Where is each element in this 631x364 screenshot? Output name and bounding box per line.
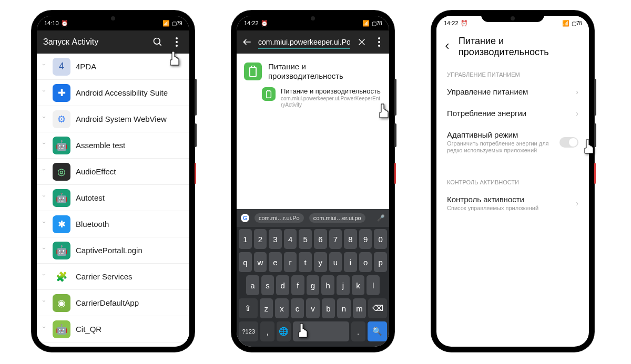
key[interactable]: m xyxy=(353,298,367,318)
app-row[interactable]: › 🤖 ConfDialer xyxy=(37,342,189,347)
search-input[interactable] xyxy=(258,36,350,49)
key[interactable]: 7 xyxy=(329,229,342,249)
app-row[interactable]: › ✚ Android Accessibility Suite xyxy=(37,80,189,106)
app-row[interactable]: › ⚙ Android System WebView xyxy=(37,106,189,132)
key[interactable]: w xyxy=(254,252,267,272)
phone-2: 14:22 ⏰ 📶 ▢78 xyxy=(231,11,394,352)
key[interactable]: 1 xyxy=(239,229,252,249)
app-name: Android System WebView xyxy=(76,115,167,123)
key[interactable]: 9 xyxy=(359,229,372,249)
app-name: Bluetooth xyxy=(76,220,109,228)
key[interactable]: k xyxy=(352,275,365,295)
chevron-right-icon: › xyxy=(576,109,578,118)
alarm-icon: ⏰ xyxy=(461,20,468,27)
key[interactable]: y xyxy=(314,252,327,272)
dot-key[interactable]: . xyxy=(351,321,365,341)
overflow-menu-icon[interactable] xyxy=(170,36,183,48)
key[interactable]: u xyxy=(329,252,342,272)
key[interactable]: i xyxy=(344,252,357,272)
row-activity-control[interactable]: Контроль активности Список управляемых п… xyxy=(436,189,589,218)
key[interactable]: 6 xyxy=(314,229,327,249)
key[interactable]: 0 xyxy=(374,229,387,249)
app-row[interactable]: › 🤖 Assemble test xyxy=(37,132,189,159)
key[interactable]: o xyxy=(359,252,372,272)
key[interactable]: 2 xyxy=(254,229,267,249)
key[interactable]: d xyxy=(276,275,289,295)
app-row[interactable]: › 🤖 Autotest xyxy=(37,185,189,211)
key[interactable]: b xyxy=(322,298,335,318)
key[interactable]: c xyxy=(291,298,304,318)
volume-button xyxy=(195,79,197,116)
key[interactable]: q xyxy=(239,252,252,272)
app-row[interactable]: › 🧩 Carrier Services xyxy=(37,264,189,290)
key[interactable]: r xyxy=(284,252,297,272)
status-time: 14:22 xyxy=(244,20,259,26)
key[interactable]: v xyxy=(306,298,320,318)
battery-activity-icon xyxy=(262,87,276,101)
overflow-menu-icon[interactable] xyxy=(373,36,385,48)
backspace-key[interactable]: ⌫ xyxy=(368,298,387,318)
key[interactable]: e xyxy=(269,252,282,272)
chevron-down-icon: › xyxy=(40,116,48,122)
app-row[interactable]: › 🤖 Cit_QR xyxy=(37,316,189,342)
back-icon[interactable] xyxy=(444,41,451,53)
chevron-down-icon: › xyxy=(40,142,48,149)
screen-3: 14:22 ⏰ 📶 ▢78 Питание и производительнос… xyxy=(436,16,589,347)
notch xyxy=(281,11,344,22)
app-row[interactable]: › ◉ CarrierDefaultApp xyxy=(37,290,189,316)
key[interactable]: n xyxy=(337,298,351,318)
key[interactable]: t xyxy=(299,252,312,272)
key[interactable]: 8 xyxy=(344,229,357,249)
toggle-switch[interactable] xyxy=(559,137,578,148)
symbols-key[interactable]: ?123 xyxy=(239,321,258,341)
row-power-consumption[interactable]: Потребление энергии › xyxy=(436,102,589,124)
key[interactable]: 3 xyxy=(269,229,282,249)
search-icon[interactable] xyxy=(151,36,164,48)
app-row[interactable]: › 🤖 CaptivePortalLogin xyxy=(37,237,189,264)
svg-point-8 xyxy=(378,37,380,39)
key[interactable]: g xyxy=(307,275,320,295)
page-title: Питание и производительность xyxy=(459,36,582,58)
google-icon[interactable]: G xyxy=(241,214,249,222)
app-list[interactable]: › 4 4PDA› ✚ Android Accessibility Suite›… xyxy=(37,54,189,347)
key[interactable]: x xyxy=(275,298,289,318)
search-key[interactable]: 🔍 xyxy=(368,321,387,341)
suggestion-1[interactable]: com.mi…r.ui.Po xyxy=(255,213,304,223)
app-name: AudioEffect xyxy=(76,167,116,176)
globe-key[interactable]: 🌐 xyxy=(277,321,291,341)
app-row[interactable]: › ✱ Bluetooth xyxy=(37,211,189,237)
power-button xyxy=(394,123,396,147)
row-adaptive-mode[interactable]: Адаптивный режим Ограничить потребление … xyxy=(436,124,589,160)
key[interactable]: j xyxy=(337,275,350,295)
chevron-right-icon: › xyxy=(576,199,578,207)
key[interactable]: a xyxy=(246,275,259,295)
app-icon: 🤖 xyxy=(53,242,70,259)
suggestion-2[interactable]: com.miui…er.ui.po xyxy=(309,213,365,223)
key[interactable]: z xyxy=(260,298,273,318)
key[interactable]: s xyxy=(261,275,274,295)
row-power-management[interactable]: Управление питанием › xyxy=(436,81,589,102)
key[interactable]: f xyxy=(291,275,304,295)
key[interactable]: p xyxy=(374,252,387,272)
shift-key[interactable]: ⇧ xyxy=(239,298,258,318)
mic-icon[interactable]: 🎤 xyxy=(377,214,385,222)
row-sublabel: Ограничить потребление энергии для редко… xyxy=(447,140,554,154)
volume-button xyxy=(594,79,596,116)
result-app[interactable]: Питание и производительность xyxy=(237,58,389,85)
key[interactable]: l xyxy=(367,275,380,295)
back-icon[interactable] xyxy=(241,36,253,48)
result-activity[interactable]: Питание и производительность com.miui.po… xyxy=(237,85,389,110)
result-activity-title: Питание и производительность xyxy=(281,87,382,96)
key[interactable]: 4 xyxy=(284,229,297,249)
row-label: Адаптивный режим xyxy=(447,130,554,139)
clear-icon[interactable] xyxy=(355,36,368,48)
key[interactable]: h xyxy=(321,275,334,295)
app-row[interactable]: › ◎ AudioEffect xyxy=(37,159,189,185)
svg-point-4 xyxy=(176,45,178,47)
svg-rect-11 xyxy=(250,67,256,77)
key[interactable]: 5 xyxy=(299,229,312,249)
keyboard-suggestion-bar: G com.mi…r.ui.Po com.miui…er.ui.po 🎤 xyxy=(237,209,389,227)
comma-key[interactable]: , xyxy=(260,321,274,341)
app-name: 4PDA xyxy=(76,62,96,71)
battery-level: ▢78 xyxy=(572,20,582,26)
